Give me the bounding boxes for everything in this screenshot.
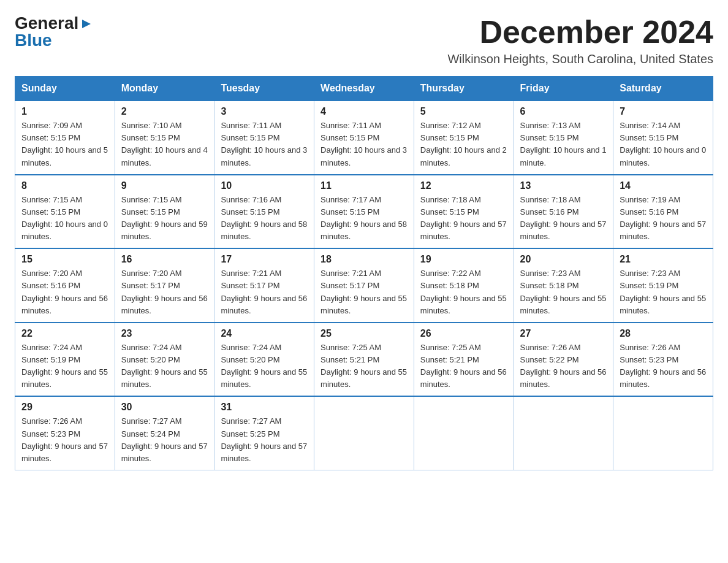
day-info: Sunrise: 7:23 AMSunset: 5:18 PMDaylight:… xyxy=(520,267,607,317)
calendar-cell: 15Sunrise: 7:20 AMSunset: 5:16 PMDayligh… xyxy=(15,248,115,323)
day-info: Sunrise: 7:17 AMSunset: 5:15 PMDaylight:… xyxy=(320,194,408,243)
calendar-weekday-friday: Friday xyxy=(514,77,613,101)
day-info: Sunrise: 7:12 AMSunset: 5:15 PMDaylight:… xyxy=(420,120,507,169)
calendar-cell: 28Sunrise: 7:26 AMSunset: 5:23 PMDayligh… xyxy=(613,323,713,397)
calendar-cell: 21Sunrise: 7:23 AMSunset: 5:19 PMDayligh… xyxy=(613,248,713,323)
calendar-week-row: 22Sunrise: 7:24 AMSunset: 5:19 PMDayligh… xyxy=(15,323,713,397)
logo-arrow-icon xyxy=(80,17,93,31)
day-number: 12 xyxy=(420,180,507,191)
day-number: 10 xyxy=(221,180,308,191)
day-number: 18 xyxy=(320,254,408,265)
day-number: 30 xyxy=(121,402,208,413)
calendar-cell: 8Sunrise: 7:15 AMSunset: 5:15 PMDaylight… xyxy=(15,175,115,249)
day-info: Sunrise: 7:24 AMSunset: 5:20 PMDaylight:… xyxy=(121,342,208,391)
calendar-cell: 29Sunrise: 7:26 AMSunset: 5:23 PMDayligh… xyxy=(15,396,115,470)
calendar-cell: 18Sunrise: 7:21 AMSunset: 5:17 PMDayligh… xyxy=(314,248,414,323)
calendar-cell: 12Sunrise: 7:18 AMSunset: 5:15 PMDayligh… xyxy=(414,175,514,249)
logo-general: General xyxy=(15,15,78,32)
day-info: Sunrise: 7:26 AMSunset: 5:23 PMDaylight:… xyxy=(620,342,707,391)
calendar-cell: 17Sunrise: 7:21 AMSunset: 5:17 PMDayligh… xyxy=(214,248,314,323)
day-number: 31 xyxy=(221,402,308,413)
calendar-cell: 3Sunrise: 7:11 AMSunset: 5:15 PMDaylight… xyxy=(214,101,314,175)
day-number: 24 xyxy=(221,328,308,339)
day-info: Sunrise: 7:26 AMSunset: 5:22 PMDaylight:… xyxy=(520,342,607,391)
day-number: 25 xyxy=(320,328,408,339)
calendar-cell: 2Sunrise: 7:10 AMSunset: 5:15 PMDaylight… xyxy=(115,101,214,175)
calendar-weekday-saturday: Saturday xyxy=(613,77,713,101)
day-info: Sunrise: 7:24 AMSunset: 5:19 PMDaylight:… xyxy=(21,342,108,391)
calendar-cell: 27Sunrise: 7:26 AMSunset: 5:22 PMDayligh… xyxy=(514,323,613,397)
day-info: Sunrise: 7:16 AMSunset: 5:15 PMDaylight:… xyxy=(221,194,308,243)
calendar-weekday-thursday: Thursday xyxy=(414,77,514,101)
day-number: 11 xyxy=(320,180,408,191)
calendar-cell: 16Sunrise: 7:20 AMSunset: 5:17 PMDayligh… xyxy=(115,248,214,323)
day-number: 23 xyxy=(121,328,208,339)
day-info: Sunrise: 7:25 AMSunset: 5:21 PMDaylight:… xyxy=(320,342,408,391)
page-header: General Blue December 2024 Wilkinson Hei… xyxy=(15,15,713,66)
day-number: 26 xyxy=(420,328,507,339)
day-info: Sunrise: 7:21 AMSunset: 5:17 PMDaylight:… xyxy=(221,267,308,317)
day-info: Sunrise: 7:26 AMSunset: 5:23 PMDaylight:… xyxy=(21,415,108,465)
calendar-cell xyxy=(314,396,414,470)
calendar-week-row: 8Sunrise: 7:15 AMSunset: 5:15 PMDaylight… xyxy=(15,175,713,249)
day-info: Sunrise: 7:09 AMSunset: 5:15 PMDaylight:… xyxy=(21,120,108,169)
day-info: Sunrise: 7:18 AMSunset: 5:15 PMDaylight:… xyxy=(420,194,507,243)
calendar-cell: 5Sunrise: 7:12 AMSunset: 5:15 PMDaylight… xyxy=(414,101,514,175)
day-number: 4 xyxy=(320,106,408,117)
day-number: 6 xyxy=(520,106,607,117)
calendar-weekday-monday: Monday xyxy=(115,77,214,101)
calendar-cell xyxy=(613,396,713,470)
day-number: 2 xyxy=(121,106,208,117)
calendar-week-row: 29Sunrise: 7:26 AMSunset: 5:23 PMDayligh… xyxy=(15,396,713,470)
day-info: Sunrise: 7:22 AMSunset: 5:18 PMDaylight:… xyxy=(420,267,507,317)
day-number: 14 xyxy=(620,180,707,191)
calendar-header-row: SundayMondayTuesdayWednesdayThursdayFrid… xyxy=(15,77,713,101)
calendar-cell: 31Sunrise: 7:27 AMSunset: 5:25 PMDayligh… xyxy=(214,396,314,470)
day-info: Sunrise: 7:27 AMSunset: 5:25 PMDaylight:… xyxy=(221,415,308,465)
calendar-cell: 1Sunrise: 7:09 AMSunset: 5:15 PMDaylight… xyxy=(15,101,115,175)
day-info: Sunrise: 7:20 AMSunset: 5:16 PMDaylight:… xyxy=(21,267,108,317)
logo-blue: Blue xyxy=(15,32,52,49)
day-number: 16 xyxy=(121,254,208,265)
calendar-cell: 25Sunrise: 7:25 AMSunset: 5:21 PMDayligh… xyxy=(314,323,414,397)
calendar-cell: 14Sunrise: 7:19 AMSunset: 5:16 PMDayligh… xyxy=(613,175,713,249)
day-number: 1 xyxy=(21,106,108,117)
day-number: 21 xyxy=(620,254,707,265)
day-info: Sunrise: 7:13 AMSunset: 5:15 PMDaylight:… xyxy=(520,120,607,169)
calendar-cell: 13Sunrise: 7:18 AMSunset: 5:16 PMDayligh… xyxy=(514,175,613,249)
day-info: Sunrise: 7:18 AMSunset: 5:16 PMDaylight:… xyxy=(520,194,607,243)
month-title: December 2024 xyxy=(447,15,713,50)
day-info: Sunrise: 7:10 AMSunset: 5:15 PMDaylight:… xyxy=(121,120,208,169)
calendar-cell: 19Sunrise: 7:22 AMSunset: 5:18 PMDayligh… xyxy=(414,248,514,323)
calendar-weekday-sunday: Sunday xyxy=(15,77,115,101)
svg-marker-0 xyxy=(82,20,91,28)
day-number: 27 xyxy=(520,328,607,339)
day-number: 9 xyxy=(121,180,208,191)
calendar-cell: 6Sunrise: 7:13 AMSunset: 5:15 PMDaylight… xyxy=(514,101,613,175)
day-info: Sunrise: 7:15 AMSunset: 5:15 PMDaylight:… xyxy=(21,194,108,243)
day-number: 28 xyxy=(620,328,707,339)
calendar-cell: 9Sunrise: 7:15 AMSunset: 5:15 PMDaylight… xyxy=(115,175,214,249)
day-info: Sunrise: 7:19 AMSunset: 5:16 PMDaylight:… xyxy=(620,194,707,243)
day-number: 3 xyxy=(221,106,308,117)
calendar-cell: 20Sunrise: 7:23 AMSunset: 5:18 PMDayligh… xyxy=(514,248,613,323)
day-info: Sunrise: 7:25 AMSunset: 5:21 PMDaylight:… xyxy=(420,342,507,391)
day-number: 22 xyxy=(21,328,108,339)
calendar-week-row: 15Sunrise: 7:20 AMSunset: 5:16 PMDayligh… xyxy=(15,248,713,323)
calendar-cell: 23Sunrise: 7:24 AMSunset: 5:20 PMDayligh… xyxy=(115,323,214,397)
day-info: Sunrise: 7:14 AMSunset: 5:15 PMDaylight:… xyxy=(620,120,707,169)
calendar-cell: 22Sunrise: 7:24 AMSunset: 5:19 PMDayligh… xyxy=(15,323,115,397)
day-info: Sunrise: 7:21 AMSunset: 5:17 PMDaylight:… xyxy=(320,267,408,317)
day-info: Sunrise: 7:27 AMSunset: 5:24 PMDaylight:… xyxy=(121,415,208,465)
day-number: 13 xyxy=(520,180,607,191)
calendar-cell: 26Sunrise: 7:25 AMSunset: 5:21 PMDayligh… xyxy=(414,323,514,397)
day-number: 7 xyxy=(620,106,707,117)
calendar-cell: 10Sunrise: 7:16 AMSunset: 5:15 PMDayligh… xyxy=(214,175,314,249)
day-info: Sunrise: 7:15 AMSunset: 5:15 PMDaylight:… xyxy=(121,194,208,243)
calendar-cell: 24Sunrise: 7:24 AMSunset: 5:20 PMDayligh… xyxy=(214,323,314,397)
calendar-weekday-tuesday: Tuesday xyxy=(214,77,314,101)
calendar-table: SundayMondayTuesdayWednesdayThursdayFrid… xyxy=(15,76,713,470)
day-info: Sunrise: 7:11 AMSunset: 5:15 PMDaylight:… xyxy=(221,120,308,169)
calendar-weekday-wednesday: Wednesday xyxy=(314,77,414,101)
calendar-cell: 11Sunrise: 7:17 AMSunset: 5:15 PMDayligh… xyxy=(314,175,414,249)
